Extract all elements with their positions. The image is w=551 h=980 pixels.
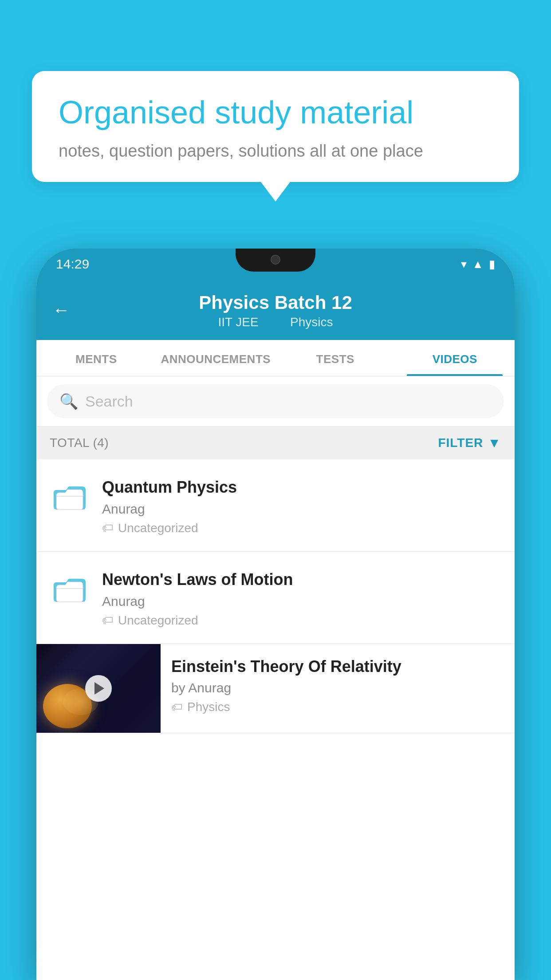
video-title: Quantum Physics [102, 477, 501, 498]
video-title: Newton's Laws of Motion [102, 569, 501, 590]
video-info: Einstein's Theory Of Relativity by Anura… [161, 644, 515, 723]
search-icon: 🔍 [59, 392, 78, 410]
status-time: 14:29 [56, 257, 89, 272]
video-title: Einstein's Theory Of Relativity [171, 656, 506, 677]
filter-button[interactable]: FILTER ▼ [438, 435, 501, 450]
wifi-icon: ▾ [461, 257, 467, 271]
list-item[interactable]: Quantum Physics Anurag 🏷 Uncategorized [36, 459, 515, 552]
camera-icon [271, 255, 280, 265]
tab-announcements[interactable]: ANNOUNCEMENTS [156, 340, 276, 376]
search-input[interactable]: Search [85, 393, 133, 410]
folder-icon [50, 568, 90, 608]
video-author: Anurag [102, 502, 501, 517]
speech-bubble: Organised study material notes, question… [32, 71, 519, 182]
video-tag: 🏷 Uncategorized [102, 613, 501, 628]
filter-icon: ▼ [488, 435, 501, 450]
tag-label: Physics [187, 700, 230, 714]
video-tag: 🏷 Uncategorized [102, 521, 501, 535]
tab-tests[interactable]: TESTS [276, 340, 395, 376]
tabs-bar: MENTS ANNOUNCEMENTS TESTS VIDEOS [36, 340, 515, 376]
play-icon [94, 682, 104, 695]
app-header: ← Physics Batch 12 IIT JEE Physics [36, 280, 515, 340]
phone-frame: 14:29 ▾ ▲ ▮ ← Physics Batch 12 IIT JEE P… [36, 249, 515, 980]
tag-label: Uncategorized [118, 613, 198, 628]
play-button[interactable] [85, 675, 112, 702]
subtitle-physics: Physics [290, 315, 333, 329]
filter-label: FILTER [438, 436, 483, 450]
status-icons: ▾ ▲ ▮ [461, 257, 495, 271]
subtitle-separator [273, 315, 280, 329]
search-container: 🔍 Search [36, 376, 515, 427]
list-item[interactable]: Einstein's Theory Of Relativity by Anura… [36, 644, 515, 733]
signal-icon: ▲ [472, 257, 484, 271]
bubble-title: Organised study material [59, 94, 492, 131]
search-input-wrap[interactable]: 🔍 Search [47, 384, 504, 418]
page-subtitle: IIT JEE Physics [213, 315, 338, 329]
total-count: TOTAL (4) [50, 436, 109, 450]
filter-bar: TOTAL (4) FILTER ▼ [36, 427, 515, 459]
phone-screen: 14:29 ▾ ▲ ▮ ← Physics Batch 12 IIT JEE P… [36, 249, 515, 980]
bubble-subtitle: notes, question papers, solutions all at… [59, 142, 492, 161]
video-list: Quantum Physics Anurag 🏷 Uncategorized [36, 459, 515, 733]
list-item[interactable]: Newton's Laws of Motion Anurag 🏷 Uncateg… [36, 552, 515, 644]
tag-icon: 🏷 [171, 700, 183, 714]
tag-label: Uncategorized [118, 521, 198, 535]
phone-notch [236, 249, 315, 272]
video-thumbnail [36, 644, 161, 733]
video-author: by Anurag [171, 680, 506, 695]
video-info: Quantum Physics Anurag 🏷 Uncategorized [102, 475, 501, 535]
video-info: Newton's Laws of Motion Anurag 🏷 Uncateg… [102, 568, 501, 628]
back-button[interactable]: ← [52, 300, 70, 320]
tab-ments[interactable]: MENTS [36, 340, 156, 376]
folder-icon [50, 475, 90, 515]
tag-icon: 🏷 [102, 521, 114, 535]
video-author: Anurag [102, 594, 501, 609]
subtitle-iitjee: IIT JEE [218, 315, 258, 329]
video-tag: 🏷 Physics [171, 700, 506, 714]
page-title: Physics Batch 12 [199, 292, 352, 313]
tag-icon: 🏷 [102, 613, 114, 627]
battery-icon: ▮ [489, 257, 495, 271]
tab-videos[interactable]: VIDEOS [395, 340, 515, 376]
